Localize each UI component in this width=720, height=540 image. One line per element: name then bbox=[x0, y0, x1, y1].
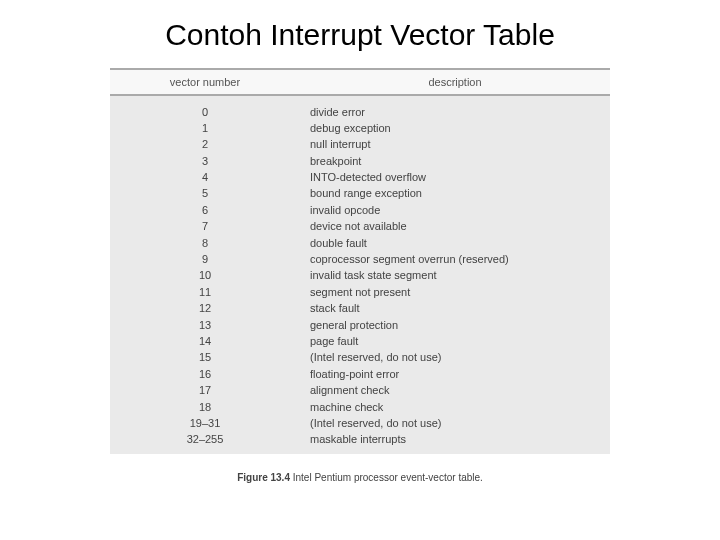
cell-description: coprocessor segment overrun (reserved) bbox=[300, 252, 610, 267]
cell-vector-number: 12 bbox=[110, 301, 300, 316]
cell-description: maskable interrupts bbox=[300, 432, 610, 447]
cell-description: segment not present bbox=[300, 285, 610, 300]
cell-description: debug exception bbox=[300, 121, 610, 136]
header-vector-number: vector number bbox=[110, 76, 300, 88]
cell-vector-number: 2 bbox=[110, 137, 300, 152]
cell-description: page fault bbox=[300, 334, 610, 349]
cell-description: general protection bbox=[300, 318, 610, 333]
cell-vector-number: 15 bbox=[110, 350, 300, 365]
cell-description: double fault bbox=[300, 236, 610, 251]
cell-description: INTO-detected overflow bbox=[300, 170, 610, 185]
cell-vector-number: 4 bbox=[110, 170, 300, 185]
cell-description: device not available bbox=[300, 219, 610, 234]
table-row: 6invalid opcode bbox=[110, 202, 610, 218]
cell-vector-number: 1 bbox=[110, 121, 300, 136]
table-row: 15(Intel reserved, do not use) bbox=[110, 350, 610, 366]
cell-description: stack fault bbox=[300, 301, 610, 316]
cell-description: divide error bbox=[300, 105, 610, 120]
cell-description: machine check bbox=[300, 400, 610, 415]
cell-description: breakpoint bbox=[300, 154, 610, 169]
cell-vector-number: 10 bbox=[110, 268, 300, 283]
cell-vector-number: 18 bbox=[110, 400, 300, 415]
cell-description: null interrupt bbox=[300, 137, 610, 152]
table-row: 18machine check bbox=[110, 399, 610, 415]
table-row: 16floating-point error bbox=[110, 366, 610, 382]
cell-vector-number: 14 bbox=[110, 334, 300, 349]
table-header-row: vector number description bbox=[110, 68, 610, 96]
table-row: 1debug exception bbox=[110, 120, 610, 136]
cell-description: floating-point error bbox=[300, 367, 610, 382]
cell-description: invalid opcode bbox=[300, 203, 610, 218]
cell-vector-number: 16 bbox=[110, 367, 300, 382]
table-row: 17alignment check bbox=[110, 383, 610, 399]
cell-vector-number: 13 bbox=[110, 318, 300, 333]
table-row: 7device not available bbox=[110, 219, 610, 235]
table-row: 19–31(Intel reserved, do not use) bbox=[110, 415, 610, 431]
cell-vector-number: 5 bbox=[110, 186, 300, 201]
caption-text: Intel Pentium processor event-vector tab… bbox=[293, 472, 483, 483]
cell-vector-number: 7 bbox=[110, 219, 300, 234]
table-row: 32–255maskable interrupts bbox=[110, 432, 610, 448]
table-row: 10invalid task state segment bbox=[110, 268, 610, 284]
cell-description: alignment check bbox=[300, 383, 610, 398]
vector-table: vector number description 0divide error1… bbox=[110, 68, 610, 454]
cell-description: (Intel reserved, do not use) bbox=[300, 350, 610, 365]
table-body: 0divide error1debug exception2null inter… bbox=[110, 96, 610, 454]
table-row: 8double fault bbox=[110, 235, 610, 251]
cell-vector-number: 9 bbox=[110, 252, 300, 267]
cell-vector-number: 19–31 bbox=[110, 416, 300, 431]
cell-vector-number: 11 bbox=[110, 285, 300, 300]
table-row: 12stack fault bbox=[110, 301, 610, 317]
table-row: 3breakpoint bbox=[110, 153, 610, 169]
table-row: 9coprocessor segment overrun (reserved) bbox=[110, 252, 610, 268]
cell-vector-number: 32–255 bbox=[110, 432, 300, 447]
cell-vector-number: 6 bbox=[110, 203, 300, 218]
cell-description: (Intel reserved, do not use) bbox=[300, 416, 610, 431]
table-row: 0divide error bbox=[110, 104, 610, 120]
table-row: 11segment not present bbox=[110, 284, 610, 300]
table-row: 2null interrupt bbox=[110, 137, 610, 153]
cell-vector-number: 17 bbox=[110, 383, 300, 398]
table-row: 13general protection bbox=[110, 317, 610, 333]
table-row: 4INTO-detected overflow bbox=[110, 170, 610, 186]
figure-caption: Figure 13.4 Intel Pentium processor even… bbox=[0, 472, 720, 483]
page-title: Contoh Interrupt Vector Table bbox=[0, 0, 720, 60]
cell-vector-number: 8 bbox=[110, 236, 300, 251]
caption-label: Figure 13.4 bbox=[237, 472, 290, 483]
table-row: 5bound range exception bbox=[110, 186, 610, 202]
header-description: description bbox=[300, 76, 610, 88]
cell-vector-number: 3 bbox=[110, 154, 300, 169]
cell-description: invalid task state segment bbox=[300, 268, 610, 283]
table-row: 14page fault bbox=[110, 333, 610, 349]
cell-description: bound range exception bbox=[300, 186, 610, 201]
cell-vector-number: 0 bbox=[110, 105, 300, 120]
